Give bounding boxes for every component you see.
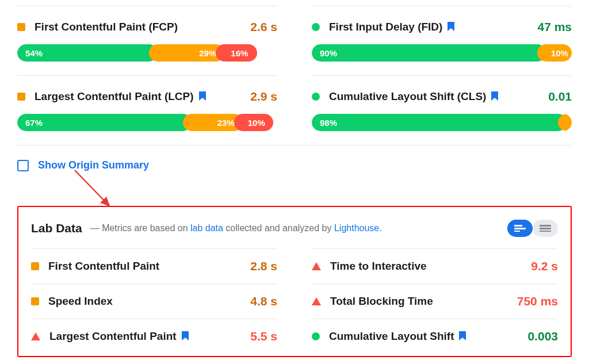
- field-right-col: First Input Delay (FID)47 ms90%10%Cumula…: [312, 6, 572, 145]
- lab-right-col: Time to Interactive9.2 sTotal Blocking T…: [312, 248, 558, 354]
- field-metric: Largest Contentful Paint (LCP)2.9 s67%23…: [17, 75, 277, 145]
- distribution-bar: 90%10%: [312, 44, 572, 62]
- segment-good: 67%: [17, 114, 192, 131]
- metric-label: First Input Delay (FID): [329, 21, 528, 33]
- bookmark-icon: [181, 331, 189, 343]
- view-toggle[interactable]: [507, 220, 558, 237]
- metric-value: 2.9 s: [250, 90, 277, 104]
- view-toggle-detail[interactable]: [507, 220, 533, 237]
- segment-mid: 29%: [149, 44, 224, 62]
- segment-good: 90%: [312, 44, 546, 62]
- svg-rect-3: [514, 231, 520, 232]
- lab-metric-label: Cumulative Layout Shift: [329, 330, 518, 343]
- lab-metric-label: Speed Index: [48, 295, 241, 308]
- metric-value: 47 ms: [537, 20, 572, 34]
- lab-metric-label: Total Blocking Time: [330, 295, 508, 308]
- svg-rect-2: [514, 228, 526, 229]
- metric-value: 0.01: [548, 90, 572, 104]
- field-metrics-grid: First Contentful Paint (FCP)2.6 s54%29%1…: [17, 6, 572, 145]
- square-marker-icon: [17, 23, 25, 31]
- segment-good: 98%: [312, 114, 567, 131]
- segment-mid: 10%: [537, 44, 572, 62]
- lab-metric-value: 0.003: [527, 329, 558, 343]
- lab-metric-label: Largest Contentful Paint: [49, 330, 241, 343]
- lab-data-panel: Lab Data — Metrics are based on lab data…: [17, 206, 572, 357]
- triangle-marker-icon: [312, 262, 321, 270]
- lab-metric-value: 4.8 s: [250, 294, 277, 308]
- lab-metric-row[interactable]: Cumulative Layout Shift0.003: [312, 319, 558, 354]
- circle-marker-icon: [312, 93, 320, 101]
- metric-label: First Contentful Paint (FCP): [35, 21, 241, 33]
- lab-metric-value: 5.5 s: [250, 329, 277, 343]
- view-toggle-compact[interactable]: [533, 220, 558, 237]
- metric-value: 2.6 s: [250, 20, 277, 34]
- bookmark-icon: [491, 91, 499, 103]
- field-metric: First Input Delay (FID)47 ms90%10%: [312, 6, 572, 75]
- bookmark-icon: [458, 331, 466, 343]
- lab-metric-row[interactable]: Time to Interactive9.2 s: [312, 248, 558, 283]
- lab-metric-row[interactable]: Speed Index4.8 s: [31, 283, 277, 319]
- lab-title: Lab Data: [31, 221, 82, 235]
- origin-summary-checkbox[interactable]: [17, 160, 29, 171]
- triangle-marker-icon: [31, 332, 40, 340]
- lab-left-col: First Contentful Paint2.8 sSpeed Index4.…: [31, 248, 277, 354]
- bookmark-icon: [198, 91, 206, 103]
- lab-metric-row[interactable]: Total Blocking Time750 ms: [312, 283, 558, 319]
- metric-header-row[interactable]: First Input Delay (FID)47 ms: [312, 20, 572, 34]
- metric-label: Largest Contentful Paint (LCP): [35, 90, 241, 103]
- lab-metric-value: 9.2 s: [531, 259, 558, 273]
- lab-metric-value: 2.8 s: [250, 259, 277, 273]
- lab-header: Lab Data — Metrics are based on lab data…: [31, 207, 558, 248]
- distribution-bar: 67%23%10%: [17, 114, 277, 131]
- lab-metric-label: First Contentful Paint: [48, 260, 241, 273]
- bookmark-icon: [447, 21, 455, 33]
- square-marker-icon: [31, 297, 39, 305]
- svg-rect-4: [540, 225, 551, 227]
- svg-line-0: [75, 170, 109, 206]
- segment-mid: 2%: [558, 114, 572, 131]
- circle-marker-icon: [312, 23, 320, 31]
- annotation-arrow: [17, 171, 572, 206]
- segment-good: 54%: [17, 44, 158, 62]
- segment-bad: 10%: [234, 114, 273, 131]
- lab-metric-row[interactable]: First Contentful Paint2.8 s: [31, 248, 277, 283]
- svg-rect-6: [540, 231, 551, 232]
- field-metric: First Contentful Paint (FCP)2.6 s54%29%1…: [17, 6, 277, 75]
- svg-rect-1: [514, 225, 522, 227]
- lab-metrics-grid: First Contentful Paint2.8 sSpeed Index4.…: [31, 248, 558, 354]
- lighthouse-link[interactable]: Lighthouse: [334, 223, 379, 233]
- lab-metric-row[interactable]: Largest Contentful Paint5.5 s: [31, 319, 277, 354]
- circle-marker-icon: [312, 332, 320, 340]
- square-marker-icon: [17, 93, 25, 101]
- metric-header-row[interactable]: Cumulative Layout Shift (CLS)0.01: [312, 90, 572, 104]
- lab-metric-label: Time to Interactive: [330, 260, 522, 273]
- distribution-bar: 54%29%16%: [17, 44, 277, 62]
- triangle-marker-icon: [312, 297, 321, 305]
- segment-bad: 16%: [216, 44, 257, 62]
- distribution-bar: 98%2%: [312, 114, 572, 131]
- svg-rect-5: [540, 228, 551, 229]
- field-metric: Cumulative Layout Shift (CLS)0.0198%2%: [312, 75, 572, 145]
- lab-metric-value: 750 ms: [517, 294, 558, 308]
- metric-label: Cumulative Layout Shift (CLS): [329, 90, 539, 103]
- lab-description: — Metrics are based on lab data collecte…: [90, 223, 499, 233]
- lab-data-link[interactable]: lab data: [190, 223, 223, 233]
- metric-header-row[interactable]: First Contentful Paint (FCP)2.6 s: [17, 20, 277, 34]
- field-left-col: First Contentful Paint (FCP)2.6 s54%29%1…: [17, 6, 277, 145]
- metric-header-row[interactable]: Largest Contentful Paint (LCP)2.9 s: [17, 90, 277, 104]
- square-marker-icon: [31, 262, 39, 270]
